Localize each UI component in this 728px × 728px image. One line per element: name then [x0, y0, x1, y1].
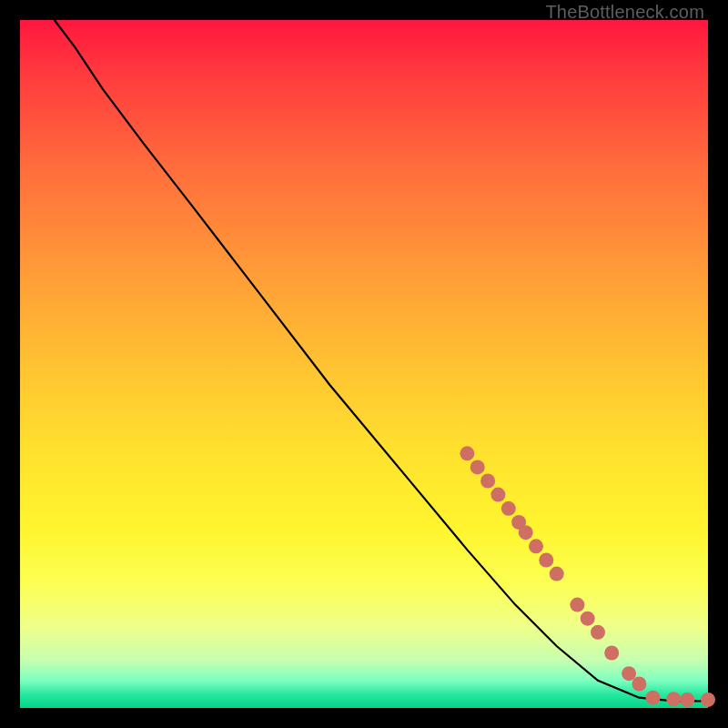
chart-dot — [581, 612, 595, 626]
chart-dot — [490, 488, 505, 502]
chart-dot — [604, 646, 619, 661]
chart-dot — [591, 625, 605, 640]
chart-dot — [470, 460, 485, 474]
chart-dot — [480, 474, 495, 489]
chart-curve — [55, 20, 708, 701]
chart-dot — [632, 677, 646, 692]
chart-dot — [501, 501, 516, 516]
chart-dot — [701, 693, 715, 707]
chart-dot — [622, 666, 636, 681]
chart-dot — [529, 539, 543, 553]
chart-dots — [460, 446, 715, 707]
chart-dot — [550, 567, 564, 581]
chart-dot — [680, 693, 694, 707]
chart-dot — [666, 692, 681, 706]
chart-overlay — [20, 20, 708, 708]
chart-dot — [570, 598, 584, 612]
chart-dot — [539, 553, 553, 568]
chart-dot — [646, 691, 661, 705]
chart-dot — [519, 525, 533, 540]
chart-dot — [460, 446, 474, 460]
